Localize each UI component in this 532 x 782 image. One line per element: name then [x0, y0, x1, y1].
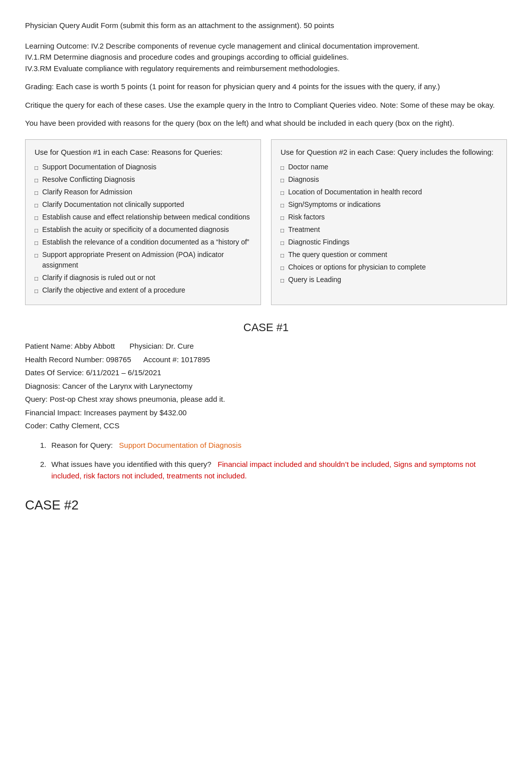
case1-query: Query: Post-op Chest xray shows pneumoni…	[25, 394, 507, 405]
case1-q2-line: 2. What issues have you identified with …	[40, 459, 507, 481]
provided-text: You have been provided with reasons for …	[25, 119, 454, 127]
case1-block: Patient Name: Abby Abbott Physician: Dr.…	[25, 341, 507, 481]
right-box: Use for Question #2 in each Case: Query …	[271, 139, 507, 306]
case1-header: CASE #1	[25, 319, 507, 336]
right-box-list: □Doctor name□Diagnosis□Location of Docum…	[281, 162, 497, 285]
bullet-icon: □	[35, 226, 38, 235]
list-item: □Location of Documentation in health rec…	[281, 187, 497, 197]
bullet-icon: □	[281, 188, 284, 197]
bullet-icon: □	[35, 238, 38, 247]
list-item: □Establish the acuity or specificity of …	[35, 224, 251, 235]
list-item: □Diagnosis	[281, 174, 497, 185]
bullet-icon: □	[281, 201, 284, 210]
case1-q1-number: 1.	[40, 440, 47, 451]
case1-patient-name: Patient Name: Abby Abbott	[25, 342, 115, 350]
case2-header: CASE #2	[25, 495, 507, 515]
list-item: □Choices or options for physician to com…	[281, 262, 497, 273]
case1-q1-answer: Support Documentation of Diagnosis	[119, 441, 241, 449]
list-item: □The query question or comment	[281, 249, 497, 260]
list-item: □Establish cause and effect relationship…	[35, 212, 251, 222]
list-item: □Clarify Documentation not clinically su…	[35, 199, 251, 210]
provided-block: You have been provided with reasons for …	[25, 118, 507, 129]
iv3-text: IV.3.RM Evaluate compliance with regulat…	[25, 63, 507, 75]
case1-patient-physician: Patient Name: Abby Abbott Physician: Dr.…	[25, 341, 507, 352]
case1-account: Account #: 1017895	[143, 355, 210, 364]
bullet-icon: □	[35, 188, 38, 197]
case1-q2-content: What issues have you identified with thi…	[52, 459, 507, 481]
list-item: □Sign/Symptoms or indications	[281, 199, 497, 210]
learning-outcome-block: Learning Outcome: IV.2 Describe componen…	[25, 41, 507, 75]
bullet-icon: □	[281, 251, 284, 260]
case1-diagnosis: Diagnosis: Cancer of the Larynx with Lar…	[25, 381, 507, 392]
page-title: Physician Query Audit Form (submit this …	[25, 20, 507, 32]
bullet-icon: □	[281, 226, 284, 235]
left-box-list: □Support Documentation of Diagnosis□Reso…	[35, 162, 251, 296]
case1-health-record: Health Record Number: 098765	[25, 355, 131, 364]
case1-q2-number: 2.	[40, 459, 47, 481]
list-item: □Treatment	[281, 224, 497, 235]
iv1-text: IV.1.RM Determine diagnosis and procedur…	[25, 52, 507, 63]
case1-q1-line: 1. Reason for Query: Support Documentati…	[40, 440, 507, 451]
case1-financial: Financial Impact: Increases payment by $…	[25, 407, 507, 419]
list-item: □Risk factors	[281, 212, 497, 222]
case1-q1-text: Reason for Query: Support Documentation …	[52, 440, 241, 451]
list-item: □Clarify if diagnosis is ruled out or no…	[35, 273, 251, 283]
list-item: □Resolve Conflicting Diagnosis	[35, 174, 251, 185]
critique-text: Critique the query for each of these cas…	[25, 101, 495, 109]
bullet-icon: □	[35, 251, 38, 260]
grading-text: Grading: Each case is worth 5 points (1 …	[25, 82, 440, 91]
left-box: Use for Question #1 in each Case: Reason…	[25, 139, 261, 306]
bullet-icon: □	[35, 201, 38, 210]
list-item: □Support appropriate Present on Admissio…	[35, 249, 251, 271]
list-item: □Doctor name	[281, 162, 497, 172]
bullet-icon: □	[281, 176, 284, 185]
list-item: □Query is Leading	[281, 275, 497, 285]
case1-coder: Coder: Cathy Clement, CCS	[25, 420, 507, 432]
list-item: □Diagnostic Findings	[281, 237, 497, 247]
bullet-icon: □	[281, 213, 284, 222]
list-item: □Clarify the objective and extent of a p…	[35, 285, 251, 296]
right-box-title: Use for Question #2 in each Case: Query …	[281, 147, 497, 158]
bullet-icon: □	[281, 264, 284, 273]
left-box-title: Use for Question #1 in each Case: Reason…	[35, 147, 251, 158]
bullet-icon: □	[35, 176, 38, 185]
bullet-icon: □	[281, 276, 284, 285]
bullet-icon: □	[281, 163, 284, 172]
bullet-icon: □	[35, 213, 38, 222]
two-col-section: Use for Question #1 in each Case: Reason…	[25, 139, 507, 306]
grading-block: Grading: Each case is worth 5 points (1 …	[25, 81, 507, 93]
list-item: □Support Documentation of Diagnosis	[35, 162, 251, 172]
bullet-icon: □	[35, 163, 38, 172]
list-item: □Clarify Reason for Admission	[35, 187, 251, 197]
learning-outcome-text: Learning Outcome: IV.2 Describe componen…	[25, 41, 507, 52]
bullet-icon: □	[281, 238, 284, 247]
bullet-icon: □	[35, 274, 38, 283]
case1-question1-block: 1. Reason for Query: Support Documentati…	[40, 440, 507, 451]
critique-block: Critique the query for each of these cas…	[25, 100, 507, 111]
bullet-icon: □	[35, 287, 38, 296]
case1-dates: Dates Of Service: 6/11/2021 – 6/15/2021	[25, 367, 507, 379]
list-item: □Establish the relevance of a condition …	[35, 237, 251, 247]
case1-health-account: Health Record Number: 098765 Account #: …	[25, 354, 507, 366]
case1-question2-block: 2. What issues have you identified with …	[40, 459, 507, 481]
case1-physician: Physician: Dr. Cure	[129, 342, 193, 350]
